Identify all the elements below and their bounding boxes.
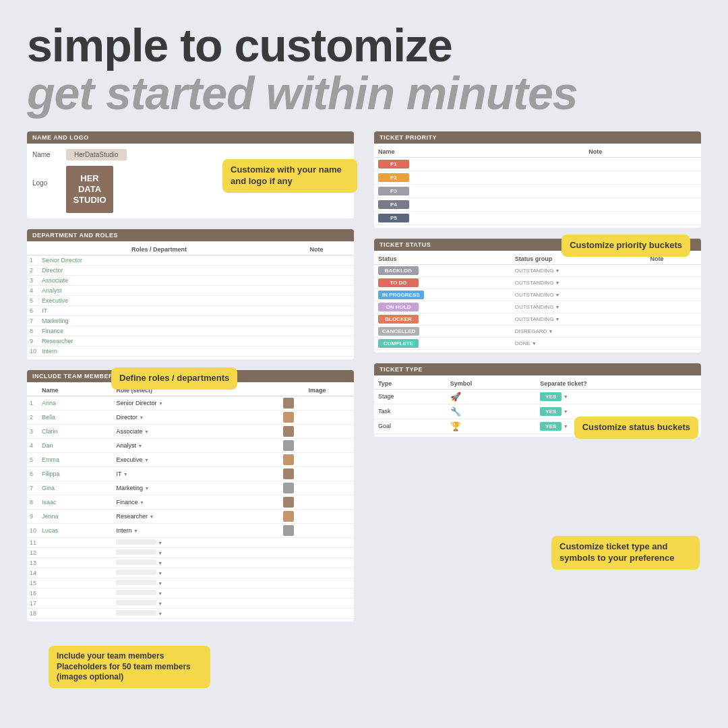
table-row: ON HOLDOUTSTANDING ▼ (374, 301, 701, 313)
priority-table: Name Note P1P2P3P4P5 (374, 146, 701, 225)
team-card: INCLUDE TEAM MEMBERS Name Role (select) … (27, 370, 354, 621)
team-body: Name Role (select) Image 1AnnaSenior Dir… (27, 382, 354, 621)
table-row: 3Associate (27, 275, 354, 285)
callout-status: Customize status buckets (574, 417, 698, 439)
logo-label: Logo (32, 166, 59, 187)
table-row: 10LucasIntern ▼ (27, 523, 354, 537)
team-col3: Image (280, 385, 354, 396)
callout-type: Customize ticket type and symbols to you… (551, 536, 700, 570)
status-col1: Status (374, 253, 511, 265)
table-row: 18 ▼ (27, 608, 354, 618)
table-row: 7GinaMarketing ▼ (27, 481, 354, 495)
callout-team: Include your team members Placeholders f… (49, 646, 210, 688)
table-row: 5EmmaExecutive ▼ (27, 452, 354, 466)
priority-col2: Note (584, 146, 701, 158)
name-value: HerDataStudio (66, 149, 127, 160)
table-row: 4Analyst (27, 285, 354, 295)
callout-priority: Customize priority buckets (562, 235, 690, 257)
table-row: P1 (374, 157, 701, 171)
status-table: Status Status group Note BACKLOGOUTSTAND… (374, 253, 701, 350)
team-col1: Name (39, 385, 113, 396)
header: simple to customize get started within m… (0, 0, 728, 131)
table-row: 1Senior Director (27, 255, 354, 265)
table-row: TO DOOUTSTANDING ▼ (374, 276, 701, 289)
table-row: 8Finance (27, 326, 354, 336)
table-row: P5 (374, 211, 701, 224)
table-row: 17 ▼ (27, 598, 354, 608)
table-row: 16 ▼ (27, 588, 354, 598)
table-row: CANCELLEDDISREGARD ▼ (374, 325, 701, 337)
table-row: 4DanAnalyst ▼ (27, 438, 354, 452)
dept-col2: Note (279, 244, 354, 255)
name-logo-header: NAME AND LOGO (27, 131, 354, 144)
priority-body: Name Note P1P2P3P4P5 (374, 144, 701, 228)
table-row: 9JennaResearcher ▼ (27, 509, 354, 523)
table-row: 2Director (27, 265, 354, 275)
table-row: 6IT (27, 305, 354, 315)
table-row: 2BellaDirector ▼ (27, 410, 354, 424)
table-row: 3ClarinAssociate ▼ (27, 424, 354, 438)
table-row: COMPLETEDONE ▼ (374, 337, 701, 349)
table-row: 6FilippaIT ▼ (27, 466, 354, 481)
priority-card: TICKET PRIORITY Name Note P1P2P3P4P5 (374, 131, 701, 228)
table-row: 10Intern (27, 346, 354, 356)
type-col2: Symbol (446, 378, 537, 390)
callout-dept: Define roles / departments (111, 367, 237, 390)
header-line1: simple to customize (27, 22, 701, 69)
department-table: Roles / Department Note 1Senior Director… (27, 244, 354, 357)
table-row: 14 ▼ (27, 568, 354, 578)
dept-col1: Roles / Department (39, 244, 279, 255)
type-col1: Type (374, 378, 446, 390)
table-row: 5Executive (27, 295, 354, 305)
type-col3: Separate ticket? (536, 378, 701, 390)
table-row: 7Marketing (27, 315, 354, 326)
department-card: DEPARTMENT AND ROLES Roles / Department … (27, 229, 354, 359)
table-row: 15 ▼ (27, 578, 354, 588)
table-row: BLOCKEROUTSTANDING ▼ (374, 313, 701, 325)
table-row: 13 ▼ (27, 557, 354, 568)
table-row: P2 (374, 171, 701, 184)
priority-header: TICKET PRIORITY (374, 131, 701, 144)
type-header: TICKET TYPE (374, 363, 701, 375)
table-row: 12 ▼ (27, 547, 354, 557)
priority-col1: Name (374, 146, 584, 158)
table-row: BACKLOGOUTSTANDING ▼ (374, 264, 701, 276)
department-header: DEPARTMENT AND ROLES (27, 229, 354, 241)
table-row: 8IsaacFinance ▼ (27, 495, 354, 509)
table-row: IN PROGRESSOUTSTANDING ▼ (374, 289, 701, 301)
team-table: Name Role (select) Image 1AnnaSenior Dir… (27, 385, 354, 619)
status-body: Status Status group Note BACKLOGOUTSTAND… (374, 251, 701, 353)
table-row: Stage🚀YES ▼ (374, 389, 701, 404)
table-row: P4 (374, 198, 701, 211)
department-body: Roles / Department Note 1Senior Director… (27, 241, 354, 359)
name-label: Name (32, 151, 59, 158)
table-row: 9Researcher (27, 336, 354, 346)
header-line2: get started within minutes (27, 69, 701, 117)
logo-box: HERDATASTUDIO (66, 166, 113, 213)
callout-name: Customize with your name and logo if any (222, 159, 357, 193)
table-row: 1AnnaSenior Director ▼ (27, 396, 354, 410)
table-row: P3 (374, 184, 701, 198)
table-row: 11 ▼ (27, 537, 354, 547)
